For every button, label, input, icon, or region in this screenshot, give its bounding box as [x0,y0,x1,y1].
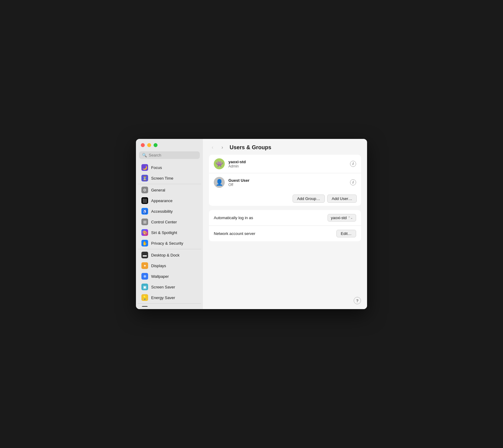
autologin-dropdown[interactable]: yaoxi-std ⌃⌄ [328,214,356,222]
sidebar-item-lockscreen[interactable]: ⊙Lock Screen [138,304,201,307]
sidebar-item-screensaver[interactable]: ▣Screen Saver [138,282,201,292]
user-row-guest: 👤 Guest User Off i [209,173,361,191]
user-role-yaoxi: Admin [228,164,346,168]
user-role-guest: Off [228,183,346,187]
sidebar: 🔍 🌙Focus⏳Screen Time⚙General⬛Appearance♿… [136,139,203,309]
sidebar-item-appearance[interactable]: ⬛Appearance [138,195,201,206]
focus-icon: 🌙 [141,164,148,171]
add-user-button[interactable]: Add User… [327,195,357,203]
network-edit-button[interactable]: Edit… [336,230,356,237]
add-group-button[interactable]: Add Group… [293,195,325,203]
sidebar-item-desktop[interactable]: ▬Desktop & Dock [138,250,201,260]
network-label: Network account server [214,231,333,236]
sidebar-divider-13 [138,303,201,304]
wallpaper-icon: ❄ [141,273,148,280]
nav-back-button[interactable]: ‹ [209,144,216,151]
fullscreen-button[interactable] [154,143,158,147]
accessibility-icon: ♿ [141,208,148,215]
displays-icon: ✦ [141,262,148,269]
energy-icon: 💡 [141,294,148,301]
lockscreen-icon: ⊙ [141,306,148,307]
sidebar-item-label-focus: Focus [151,165,162,170]
main-content: ‹ › Users & Groups 👾 yaoxi-std Admin i [203,139,367,309]
general-icon: ⚙ [141,187,148,193]
sidebar-item-focus[interactable]: 🌙Focus [138,162,201,173]
user-name-yaoxi: yaoxi-std [228,160,346,164]
users-card: 👾 yaoxi-std Admin i 👤 Guest User Off [209,155,361,206]
search-input[interactable] [149,153,197,157]
sidebar-scroll: 🌙Focus⏳Screen Time⚙General⬛Appearance♿Ac… [136,162,203,307]
sidebar-item-displays[interactable]: ✦Displays [138,260,201,271]
sidebar-item-label-screensaver: Screen Saver [151,285,175,289]
sidebar-item-label-general: General [151,188,165,192]
sidebar-divider-8 [138,249,201,249]
user-name-guest: Guest User [228,178,346,183]
sidebar-item-label-wallpaper: Wallpaper [151,274,169,279]
sidebar-item-label-accessibility: Accessibility [151,209,173,214]
controlcenter-icon: ⊞ [141,219,148,225]
avatar-yaoxi: 👾 [214,158,225,169]
sidebar-item-accessibility[interactable]: ♿Accessibility [138,206,201,216]
sidebar-item-label-privacy: Privacy & Security [151,241,183,246]
appearance-icon: ⬛ [141,197,148,204]
traffic-lights [136,139,203,151]
avatar-guest: 👤 [214,177,225,188]
help-button[interactable]: ? [354,297,361,304]
settings-card: Automatically log in as yaoxi-std ⌃⌄ Net… [209,210,361,241]
action-row: Add Group… Add User… [209,191,361,206]
app-window: 🔍 🌙Focus⏳Screen Time⚙General⬛Appearance♿… [136,139,367,309]
user-info-yaoxi: yaoxi-std Admin [228,160,346,168]
user-info-button-yaoxi[interactable]: i [350,161,356,167]
desktop-icon: ▬ [141,252,148,258]
sidebar-item-controlcenter[interactable]: ⊞Control Center [138,217,201,227]
nav-forward-button[interactable]: › [219,144,226,151]
sidebar-item-siri[interactable]: 🎨Siri & Spotlight [138,227,201,238]
screensaver-icon: ▣ [141,284,148,290]
search-icon: 🔍 [142,153,147,157]
minimize-button[interactable] [147,143,151,147]
privacy-icon: ✋ [141,240,148,246]
sidebar-item-label-controlcenter: Control Center [151,220,177,224]
sidebar-item-label-appearance: Appearance [151,198,172,203]
sidebar-item-privacy[interactable]: ✋Privacy & Security [138,238,201,248]
sidebar-item-label-siri: Siri & Spotlight [151,230,177,235]
sidebar-item-label-desktop: Desktop & Dock [151,253,179,257]
sidebar-item-general[interactable]: ⚙General [138,185,201,195]
sidebar-divider-2 [138,184,201,184]
settings-row-autologin: Automatically log in as yaoxi-std ⌃⌄ [209,210,361,226]
main-body: 👾 yaoxi-std Admin i 👤 Guest User Off [203,155,367,309]
main-header: ‹ › Users & Groups [203,139,367,155]
sidebar-item-label-energy: Energy Saver [151,295,175,300]
dropdown-arrow-icon: ⌃⌄ [348,216,353,219]
autologin-label: Automatically log in as [214,215,324,220]
sidebar-item-wallpaper[interactable]: ❄Wallpaper [138,271,201,281]
page-title: Users & Groups [230,144,271,151]
search-bar[interactable]: 🔍 [139,151,200,159]
sidebar-item-screentime[interactable]: ⏳Screen Time [138,173,201,183]
sidebar-item-label-screentime: Screen Time [151,176,173,181]
sidebar-item-label-displays: Displays [151,264,166,268]
avatar-emoji-yaoxi: 👾 [216,160,223,167]
user-info-button-guest[interactable]: i [350,179,356,185]
avatar-emoji-guest: 👤 [216,179,223,186]
user-info-guest: Guest User Off [228,178,346,187]
screentime-icon: ⏳ [141,175,148,181]
autologin-value: yaoxi-std [331,215,347,220]
settings-row-network: Network account server Edit… [209,226,361,241]
close-button[interactable] [141,143,145,147]
siri-icon: 🎨 [141,229,148,236]
sidebar-item-energy[interactable]: 💡Energy Saver [138,292,201,303]
user-row-yaoxi: 👾 yaoxi-std Admin i [209,155,361,173]
